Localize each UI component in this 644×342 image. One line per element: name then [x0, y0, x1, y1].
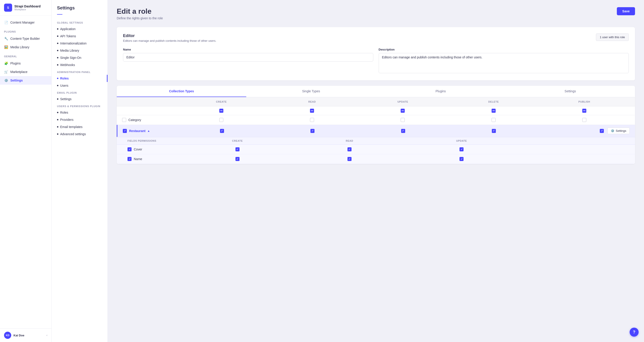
category-create-checkbox[interactable]: [219, 118, 223, 122]
category-publish-checkbox[interactable]: [582, 118, 586, 122]
dot-icon: [57, 78, 58, 79]
settings-item-label: Application: [60, 27, 76, 31]
settings-item-users[interactable]: Users: [52, 82, 108, 89]
category-delete-checkbox[interactable]: [492, 118, 496, 122]
settings-item-api-tokens[interactable]: API Tokens: [52, 33, 108, 40]
page-subtitle: Define the rights given to the role: [117, 17, 163, 20]
description-field: Description Editors can manage and publi…: [379, 48, 629, 74]
sidebar-item-label: Content-Type Builder: [10, 37, 40, 41]
settings-item-webhooks[interactable]: Webhooks: [52, 61, 108, 69]
name-checkbox[interactable]: [128, 157, 132, 161]
dot-icon: [57, 43, 58, 44]
category-read-checkbox[interactable]: [310, 118, 314, 122]
restaurant-read-checkbox[interactable]: [310, 129, 314, 133]
cover-checkbox[interactable]: [128, 147, 132, 151]
main-header: Edit a role Define the rights given to t…: [117, 7, 635, 20]
fields-label: FIELDS PERMISSIONS: [128, 139, 181, 142]
name-label: Name: [123, 48, 373, 51]
sidebar-item-label: Media Library: [10, 45, 30, 49]
dot-icon: [57, 112, 58, 113]
role-card: Editor Editors can manage and publish co…: [117, 27, 635, 80]
settings-item-label: API Tokens: [60, 34, 76, 38]
tab-collection-types[interactable]: Collection Types: [117, 86, 246, 97]
settings-item-email-settings[interactable]: Settings: [52, 95, 108, 103]
sidebar-item-settings[interactable]: ⚙️ Settings: [0, 76, 52, 85]
name-create-checkbox[interactable]: [236, 157, 240, 161]
tab-settings[interactable]: Settings: [506, 86, 635, 97]
tab-plugins[interactable]: Plugins: [376, 86, 506, 97]
help-button[interactable]: ?: [630, 328, 638, 336]
sidebar: S Strapi Dashboard Workplace 📄 Content M…: [0, 0, 52, 342]
category-checkbox[interactable]: [122, 118, 126, 122]
create-indeterminate-checkbox[interactable]: [219, 109, 223, 113]
sidebar-item-content-manager[interactable]: 📄 Content Manager: [0, 18, 52, 27]
plugins-icon: 🧩: [4, 61, 8, 65]
plugins-section-label: PLUGINS: [0, 27, 52, 34]
col-header-update: UPDATE: [357, 100, 448, 103]
fields-header: FIELDS PERMISSIONS CREATE READ UPDATE: [117, 137, 635, 145]
dot-icon: [57, 64, 58, 66]
sidebar-nav: 📄 Content Manager PLUGINS 🔧 Content-Type…: [0, 16, 52, 328]
settings-item-providers[interactable]: Providers: [52, 116, 108, 123]
col-header-read: READ: [267, 100, 357, 103]
role-description: Editors can manage and publish contents …: [123, 39, 216, 43]
sidebar-item-marketplace[interactable]: 🛒 Marketplace: [0, 68, 52, 76]
fields-col-update: UPDATE: [406, 139, 518, 142]
settings-item-label: Providers: [60, 118, 74, 122]
restaurant-settings-button[interactable]: ⚙️ Settings: [608, 128, 630, 134]
fields-col-create: CREATE: [181, 139, 294, 142]
list-item: Name: [117, 154, 635, 164]
cover-update-checkbox[interactable]: [460, 147, 464, 151]
avatar: KD: [4, 332, 11, 339]
user-badge-button[interactable]: 1 user with this role: [596, 34, 629, 41]
restaurant-checkbox[interactable]: [123, 129, 127, 133]
settings-item-email-templates[interactable]: Email templates: [52, 123, 108, 130]
update-indeterminate-checkbox[interactable]: [401, 109, 405, 113]
category-update-checkbox[interactable]: [401, 118, 405, 122]
dot-icon: [57, 57, 58, 58]
tab-single-types[interactable]: Single Types: [246, 86, 376, 97]
settings-item-label: Single Sign-On: [60, 56, 81, 60]
chevron-up-icon: ▲: [147, 129, 150, 133]
settings-item-internationalization[interactable]: Internationalization: [52, 40, 108, 47]
name-input[interactable]: [123, 53, 373, 62]
sidebar-item-content-type-builder[interactable]: 🔧 Content-Type Builder: [0, 34, 52, 43]
settings-item-media-library[interactable]: Media Library: [52, 47, 108, 54]
chevron-left-icon: ‹: [46, 334, 47, 337]
role-name: Editor: [123, 34, 216, 38]
settings-item-roles[interactable]: Roles: [52, 75, 108, 82]
restaurant-update-checkbox[interactable]: [401, 129, 405, 133]
col-header-create: CREATE: [176, 100, 267, 103]
cover-read-checkbox[interactable]: [348, 147, 352, 151]
sidebar-item-media-library[interactable]: 🖼️ Media Library: [0, 43, 52, 52]
restaurant-create-checkbox[interactable]: [220, 129, 224, 133]
delete-indeterminate-checkbox[interactable]: [492, 109, 496, 113]
name-update-checkbox[interactable]: [460, 157, 464, 161]
restaurant-delete-checkbox[interactable]: [492, 129, 496, 133]
settings-item-advanced-settings[interactable]: Advanced settings: [52, 130, 108, 138]
cover-create-checkbox[interactable]: [236, 147, 240, 151]
settings-item-application[interactable]: Application: [52, 25, 108, 33]
settings-panel: Settings GLOBAL SETTINGS Application API…: [52, 0, 108, 342]
settings-item-up-roles[interactable]: Roles: [52, 109, 108, 116]
dot-icon: [57, 98, 58, 100]
name-read-checkbox[interactable]: [348, 157, 352, 161]
general-section-label: GENERAL: [0, 52, 52, 59]
settings-item-sso[interactable]: Single Sign-On: [52, 54, 108, 61]
main-content: Edit a role Define the rights given to t…: [108, 0, 644, 342]
app-workspace: Workplace: [14, 8, 41, 11]
page-title: Edit a role: [117, 7, 163, 16]
permissions-action-row: [117, 106, 635, 115]
col-header-name: [122, 100, 176, 103]
user-footer[interactable]: KD Kai Doe ‹: [0, 328, 52, 342]
publish-indeterminate-checkbox[interactable]: [582, 109, 586, 113]
marketplace-icon: 🛒: [4, 70, 8, 74]
restaurant-publish-checkbox[interactable]: [600, 129, 604, 133]
dot-icon: [57, 36, 58, 37]
sidebar-item-label: Marketplace: [10, 70, 28, 74]
sidebar-item-plugins[interactable]: 🧩 Plugins: [0, 59, 52, 68]
read-indeterminate-checkbox[interactable]: [310, 109, 314, 113]
save-button[interactable]: Save: [617, 7, 635, 15]
settings-icon: ⚙️: [4, 78, 8, 82]
description-textarea[interactable]: Editors can manage and publish contents …: [379, 53, 629, 73]
